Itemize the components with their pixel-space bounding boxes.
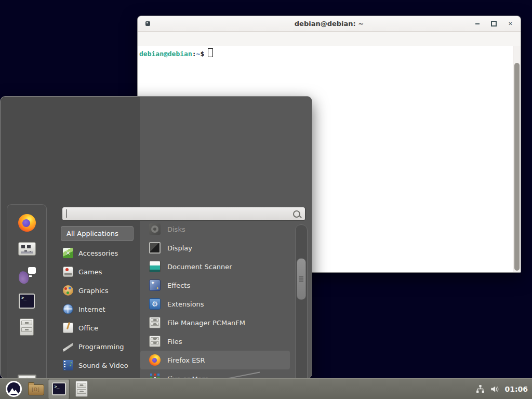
app-item[interactable]: Display	[140, 238, 290, 257]
games-icon	[63, 267, 73, 277]
sound-video-icon	[63, 360, 73, 370]
category-item[interactable]: All Applications	[61, 226, 134, 241]
app-label: Disks	[167, 225, 185, 233]
app-label: Firefox ESR	[167, 356, 205, 364]
app-item[interactable]: Effects	[140, 276, 290, 295]
disks-icon	[149, 223, 161, 235]
terminal-scrollbar-thumb[interactable]	[514, 63, 520, 271]
cabinet-icon	[149, 336, 161, 347]
favorite-terminal[interactable]	[7, 288, 46, 314]
app-item[interactable]: Files	[140, 332, 290, 351]
category-item[interactable]: Office	[55, 318, 140, 337]
favorites-panel	[7, 204, 47, 399]
category-item[interactable]: Accessories	[55, 244, 140, 262]
text-caret	[66, 209, 67, 218]
category-label: Accessories	[78, 249, 118, 257]
category-label: Office	[78, 324, 98, 332]
accessories-icon	[63, 248, 73, 258]
favorite-files[interactable]	[7, 314, 46, 340]
category-label: All Applications	[66, 230, 118, 237]
programming-icon	[63, 341, 73, 352]
menu-scrollbar[interactable]	[295, 224, 308, 399]
category-list: All Applications Accessories Games Graph…	[55, 225, 140, 399]
volume-icon[interactable]	[490, 384, 499, 394]
terminal-titlebar[interactable]: debian@debian: ~	[138, 16, 521, 32]
app-item[interactable]: Extensions	[140, 295, 290, 313]
doc-scanner-icon	[149, 261, 161, 272]
favorite-messenger[interactable]	[7, 262, 46, 288]
files-folder-launcher[interactable]	[25, 379, 46, 399]
category-item[interactable]: Programming	[55, 337, 140, 356]
terminal-dark-icon	[19, 294, 35, 309]
category-label: Internet	[78, 305, 105, 313]
effects-icon	[149, 280, 161, 291]
menu-button[interactable]	[3, 379, 24, 399]
cabinet-icon	[20, 318, 34, 336]
app-item[interactable]: File Manager PCManFM	[140, 313, 290, 332]
prompt-separator: :	[192, 50, 196, 58]
menu-item[interactable]	[141, 37, 150, 41]
app-label: Extensions	[167, 300, 204, 308]
internet-icon	[63, 304, 73, 314]
extensions-icon	[149, 298, 161, 310]
search-icon	[293, 210, 300, 218]
system-tray: 01:06	[476, 384, 528, 394]
terminal-menubar	[138, 32, 521, 47]
window-controls	[471, 16, 516, 31]
display-icon	[149, 242, 161, 254]
application-list: Disks Display Document Scanner Effects E…	[140, 221, 294, 399]
menu-item[interactable]	[159, 37, 169, 41]
maximize-icon[interactable]	[488, 19, 500, 29]
firefox-icon	[18, 214, 36, 232]
settings-icon	[18, 242, 36, 256]
app-label: Effects	[167, 282, 190, 289]
file-manager-launcher[interactable]	[71, 379, 92, 399]
category-item[interactable]: Internet	[55, 300, 140, 318]
terminal-scrollbar[interactable]	[513, 46, 521, 272]
app-label: Document Scanner	[167, 263, 232, 271]
terminal-window-button[interactable]	[48, 379, 70, 399]
network-icon[interactable]	[476, 384, 485, 393]
favorite-firefox[interactable]	[7, 210, 46, 236]
application-menu: All Applications Accessories Games Graph…	[0, 96, 312, 379]
category-item[interactable]: Sound & Video	[55, 356, 140, 375]
category-label: Programming	[78, 343, 124, 351]
graphics-icon	[63, 285, 73, 296]
terminal-dark-icon	[52, 382, 66, 395]
app-label: File Manager PCManFM	[167, 319, 245, 327]
terminal-title: debian@debian: ~	[138, 20, 521, 28]
minimize-icon[interactable]	[471, 19, 483, 29]
menu-item[interactable]	[178, 37, 188, 41]
app-item[interactable]: Disks	[140, 221, 290, 238]
pidgin-icon	[18, 266, 36, 284]
terminal-window-icon	[145, 21, 150, 26]
app-item[interactable]: Document Scanner	[140, 257, 290, 276]
prompt-user-host: debian@debian	[139, 50, 192, 58]
category-label: Graphics	[78, 287, 108, 295]
office-icon	[63, 323, 73, 333]
app-label: Display	[167, 244, 192, 252]
desktop: debian@debian: ~ debian@debian:~$	[0, 0, 532, 399]
taskbar: 01:06	[0, 378, 532, 399]
firefox-icon	[149, 354, 161, 366]
app-label: Files	[167, 338, 182, 345]
menu-item[interactable]	[188, 37, 197, 41]
category-item[interactable]: Games	[55, 262, 140, 281]
favorite-settings[interactable]	[7, 236, 46, 262]
taskbar-launchers	[3, 379, 94, 399]
terminal-cursor	[208, 48, 213, 57]
cabinet-icon	[149, 317, 161, 328]
app-item[interactable]: Firefox ESR	[140, 351, 290, 369]
cabinet-icon	[75, 381, 88, 397]
search-input[interactable]	[62, 207, 305, 221]
category-label: Sound & Video	[78, 362, 128, 369]
clock[interactable]: 01:06	[504, 385, 528, 393]
close-icon[interactable]	[504, 19, 516, 29]
folder-d-icon	[28, 384, 44, 395]
prompt-symbol: $	[200, 50, 204, 58]
category-item[interactable]: Graphics	[55, 281, 140, 300]
menu-item[interactable]	[150, 37, 159, 41]
menu-orb-icon	[6, 381, 22, 397]
menu-item[interactable]	[169, 37, 178, 41]
menu-scrollbar-thumb[interactable]	[297, 258, 306, 300]
